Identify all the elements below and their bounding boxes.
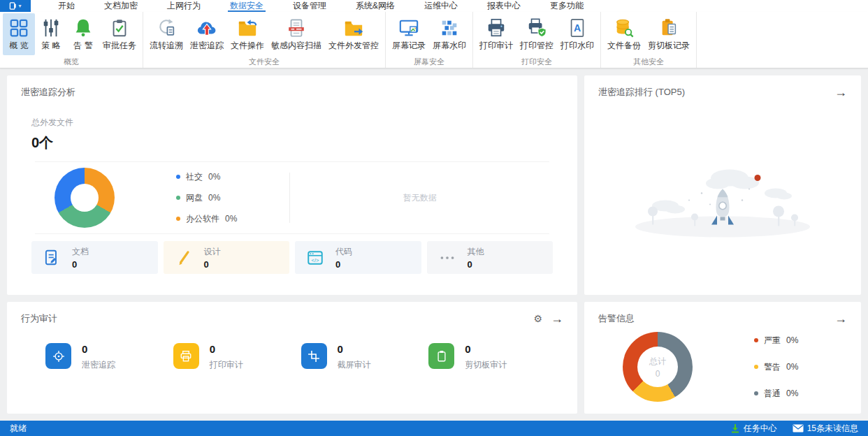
card-other[interactable]: 其他0 xyxy=(427,241,554,274)
card-design[interactable]: 设计0 xyxy=(164,241,290,274)
empty-state-text: 暂无数据 xyxy=(290,192,549,204)
menu-tab-doc-encryption[interactable]: 文档加密 xyxy=(89,0,152,12)
alert-legend: 严重 0% 警告 0% 普通 0% xyxy=(754,335,798,400)
arrow-right-icon[interactable]: → xyxy=(551,312,563,325)
audit-item-leak-trace[interactable]: 0泄密追踪 xyxy=(45,343,173,371)
ribbon-group-other-security: 文件备份 剪切板记录 其他安全 xyxy=(601,12,697,68)
audit-item-screenshot-audit[interactable]: 0截屏审计 xyxy=(301,343,429,371)
ribbon-button-sensitive-scan[interactable]: 敏感内容扫描 xyxy=(268,13,325,55)
legend-item: 普通 0% xyxy=(754,388,798,400)
legend-dot xyxy=(176,217,180,221)
audit-item-print-audit[interactable]: 0打印审计 xyxy=(173,343,301,371)
flow-trace-icon xyxy=(156,17,177,38)
legend-dot xyxy=(754,338,758,342)
ribbon-button-label: 策 略 xyxy=(41,41,60,50)
menu-tab-home[interactable]: 开始 xyxy=(43,0,89,12)
ribbon-group-label: 概览 xyxy=(0,57,143,67)
menu-tab-ops-center[interactable]: 运维中心 xyxy=(410,0,472,12)
ribbon-button-clipboard-record[interactable]: 剪切板记录 xyxy=(644,13,693,55)
legend-value: 0% xyxy=(208,193,220,203)
ribbon-group-label: 打印安全 xyxy=(473,57,600,67)
empty-state-illustration xyxy=(625,150,820,247)
audit-label: 打印审计 xyxy=(210,359,243,371)
ribbon-button-leak-trace[interactable]: 泄密追踪 xyxy=(187,13,227,55)
audit-item-clipboard-audit[interactable]: 0剪切板审计 xyxy=(428,343,556,371)
legend-item: 严重 0% xyxy=(754,335,798,347)
ribbon-button-label: 剪切板记录 xyxy=(648,41,690,50)
ribbon-group-label: 其他安全 xyxy=(601,57,696,67)
legend-dot xyxy=(754,365,758,369)
card-label: 代码 xyxy=(335,246,352,258)
ribbon-group-print-security: 打印审计 打印管控 A 打印水印 打印安全 xyxy=(473,12,601,68)
ribbon-button-approval-tasks[interactable]: 审批任务 xyxy=(99,13,140,55)
legend-value: 0% xyxy=(786,362,798,372)
audit-label: 剪切板审计 xyxy=(465,359,507,371)
ribbon-button-file-outgoing-control[interactable]: 文件外发管控 xyxy=(325,13,382,55)
menu-tab-data-security[interactable]: 数据安全 xyxy=(215,0,278,12)
gear-icon[interactable]: ⚙ xyxy=(533,314,542,324)
total-outgoing-files: 总外发文件 0个 xyxy=(31,117,577,152)
legend-label: 社交 xyxy=(186,171,203,183)
menu-tab-more-features[interactable]: 更多功能 xyxy=(535,0,598,12)
legend-item: 警告 0% xyxy=(754,361,798,373)
mail-icon xyxy=(793,424,804,433)
ribbon-button-label: 文件操作 xyxy=(231,41,264,50)
ribbon-button-file-operations[interactable]: 文件操作 xyxy=(227,13,268,55)
menu-tab-report-center[interactable]: 报表中心 xyxy=(472,0,535,12)
ribbon-button-screen-record[interactable]: 屏幕记录 xyxy=(389,13,429,55)
ribbon-button-policy[interactable]: 策 略 xyxy=(35,13,67,55)
card-label: 其他 xyxy=(468,246,484,258)
card-documents[interactable]: 文档0 xyxy=(31,241,158,274)
ribbon-button-print-audit[interactable]: 打印审计 xyxy=(476,13,516,55)
unread-messages-button[interactable]: 15条未读信息 xyxy=(793,423,858,435)
alert-donut-chart: 总计 0 xyxy=(623,332,693,402)
ribbon-button-file-backup[interactable]: 文件备份 xyxy=(604,13,644,55)
audit-value: 0 xyxy=(338,343,371,355)
menu-tab-device-mgmt[interactable]: 设备管理 xyxy=(278,0,341,12)
legend-label: 网盘 xyxy=(186,192,203,204)
print-watermark-icon: A xyxy=(567,17,588,38)
panel-leak-trace-analysis: 泄密追踪分析 总外发文件 0个 社交 0% 网盘 0% xyxy=(7,75,577,295)
document-card-icon xyxy=(43,249,61,267)
ribbon-button-screen-watermark[interactable]: 屏幕水印 xyxy=(429,13,470,55)
task-center-button[interactable]: 任务中心 xyxy=(730,423,777,435)
ribbon-button-print-control[interactable]: 打印管控 xyxy=(516,13,557,55)
alert-chart-section: 总计 0 严重 0% 警告 0% 普通 0% xyxy=(584,325,861,402)
arrow-right-icon[interactable]: → xyxy=(834,86,847,99)
card-label: 文档 xyxy=(72,246,89,258)
ribbon-button-flow-trace[interactable]: 流转追溯 xyxy=(146,13,187,55)
audit-items: 0泄密追踪 0打印审计 0截屏审计 0剪切板审计 xyxy=(7,325,577,371)
print-audit-icon xyxy=(486,17,507,38)
target-icon xyxy=(45,343,71,369)
card-code[interactable]: </> 代码0 xyxy=(295,241,421,274)
legend-value: 0% xyxy=(786,335,798,345)
card-value: 0 xyxy=(335,259,352,270)
ribbon-toolbar: 概 览 策 略 告 警 审批任务 概览 流转追溯 泄密追踪 文件操作 xyxy=(0,12,868,68)
ribbon-button-overview[interactable]: 概 览 xyxy=(3,13,35,55)
ribbon-button-alert[interactable]: 告 警 xyxy=(67,13,99,55)
design-pencil-icon xyxy=(175,249,193,267)
ribbon-button-label: 泄密追踪 xyxy=(190,41,224,50)
ribbon-button-label: 打印水印 xyxy=(560,41,594,50)
menu-tab-system-network[interactable]: 系统&网络 xyxy=(341,0,410,12)
task-center-label: 任务中心 xyxy=(744,423,777,435)
status-bar: 就绪 任务中心 15条未读信息 xyxy=(0,421,868,436)
alert-bell-icon xyxy=(73,17,94,38)
menu-tab-internet-behavior[interactable]: 上网行为 xyxy=(152,0,215,12)
ribbon-group-overview: 概 览 策 略 告 警 审批任务 概览 xyxy=(0,12,143,68)
panel-title: 告警信息 xyxy=(598,312,635,325)
arrow-right-icon[interactable]: → xyxy=(834,312,847,325)
ribbon-group-label: 屏幕安全 xyxy=(386,57,472,67)
legend-value: 0% xyxy=(786,388,798,398)
card-label: 设计 xyxy=(204,246,221,258)
total-label: 总外发文件 xyxy=(31,117,577,129)
app-menu-button[interactable]: ▾ xyxy=(0,0,31,12)
status-ready-text: 就绪 xyxy=(10,423,27,435)
ribbon-button-print-watermark[interactable]: A 打印水印 xyxy=(557,13,598,55)
category-chart-section: 社交 0% 网盘 0% 办公软件 0% 暂无数据 xyxy=(35,161,549,234)
legend-label: 警告 xyxy=(764,361,781,373)
sensitive-scan-icon xyxy=(286,17,307,38)
card-value: 0 xyxy=(468,259,484,270)
total-value: 0个 xyxy=(31,133,577,152)
file-type-cards: 文档0 设计0 </> 代码0 其他0 xyxy=(31,241,553,274)
